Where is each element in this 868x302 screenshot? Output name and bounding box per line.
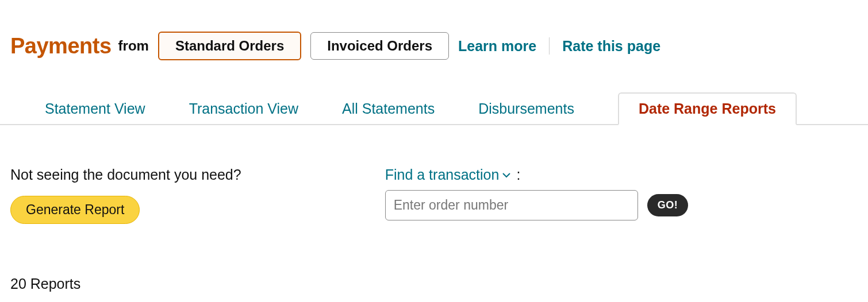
- chevron-down-icon: [502, 170, 510, 180]
- search-row: GO!: [385, 190, 689, 220]
- find-transaction-dropdown[interactable]: Find a transaction :: [385, 167, 689, 183]
- generate-section: Not seeing the document you need? Genera…: [10, 167, 241, 224]
- content-area: Not seeing the document you need? Genera…: [0, 125, 868, 224]
- from-label: from: [118, 38, 149, 54]
- reports-count-label: 20 Reports: [0, 224, 868, 292]
- tab-all-statements[interactable]: All Statements: [342, 94, 435, 124]
- page-header: Payments from Standard Orders Invoiced O…: [0, 32, 868, 60]
- invoiced-orders-button[interactable]: Invoiced Orders: [310, 32, 449, 60]
- page-title: Payments: [10, 34, 112, 59]
- order-number-input[interactable]: [385, 190, 638, 220]
- colon-label: :: [516, 167, 520, 183]
- standard-orders-button[interactable]: Standard Orders: [158, 32, 301, 60]
- missing-doc-prompt: Not seeing the document you need?: [10, 167, 241, 183]
- tab-transaction-view[interactable]: Transaction View: [189, 94, 298, 124]
- learn-more-link[interactable]: Learn more: [458, 38, 536, 55]
- tab-disbursements[interactable]: Disbursements: [478, 94, 574, 124]
- find-transaction-label: Find a transaction: [385, 167, 500, 183]
- divider: [549, 37, 550, 55]
- generate-report-button[interactable]: Generate Report: [10, 196, 140, 224]
- tab-statement-view[interactable]: Statement View: [45, 94, 145, 124]
- rate-page-link[interactable]: Rate this page: [562, 38, 660, 55]
- tabs-nav: Statement View Transaction View All Stat…: [0, 92, 868, 125]
- go-button[interactable]: GO!: [647, 194, 689, 216]
- find-transaction-section: Find a transaction : GO!: [385, 167, 689, 224]
- tab-date-range-reports[interactable]: Date Range Reports: [618, 92, 797, 125]
